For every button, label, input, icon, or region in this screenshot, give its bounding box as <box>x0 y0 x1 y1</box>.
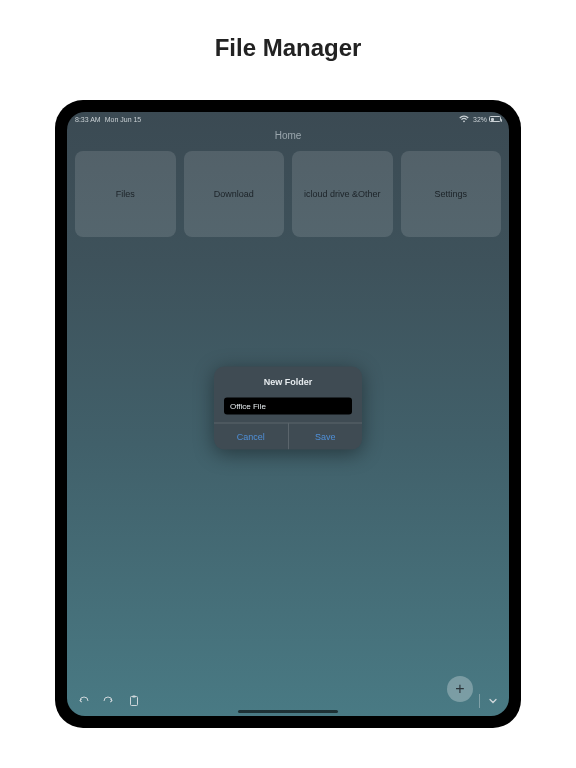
battery-indicator: 32% <box>473 116 501 123</box>
toolbar-divider <box>479 694 480 708</box>
save-button[interactable]: Save <box>288 423 363 449</box>
tile-row: Files Download icloud drive &Other Setti… <box>67 141 509 237</box>
tile-download[interactable]: Download <box>184 151 285 237</box>
page-title: File Manager <box>0 34 576 62</box>
redo-icon[interactable] <box>103 695 115 707</box>
clipboard-icon[interactable] <box>129 695 139 707</box>
tile-label: Download <box>214 189 254 200</box>
home-indicator <box>238 710 338 713</box>
battery-text: 32% <box>473 116 487 123</box>
svg-rect-1 <box>133 696 136 698</box>
chevron-down-icon[interactable] <box>487 695 499 707</box>
tablet-frame: 8:33 AM Mon Jun 15 32% Home Files Downlo… <box>55 100 521 728</box>
screen: 8:33 AM Mon Jun 15 32% Home Files Downlo… <box>67 112 509 716</box>
dialog-title: New Folder <box>214 366 362 394</box>
status-bar: 8:33 AM Mon Jun 15 32% <box>67 112 509 126</box>
tile-files[interactable]: Files <box>75 151 176 237</box>
tile-settings[interactable]: Settings <box>401 151 502 237</box>
status-date: Mon Jun 15 <box>105 116 142 123</box>
status-time: 8:33 AM <box>75 116 101 123</box>
new-folder-dialog: New Folder Cancel Save <box>214 366 362 449</box>
cancel-button[interactable]: Cancel <box>214 423 288 449</box>
tile-icloud[interactable]: icloud drive &Other <box>292 151 393 237</box>
nav-title: Home <box>67 130 509 141</box>
wifi-icon <box>459 115 469 123</box>
tile-label: Files <box>116 189 135 200</box>
tile-label: Settings <box>434 189 467 200</box>
tile-label: icloud drive &Other <box>304 189 381 200</box>
svg-rect-0 <box>131 697 138 706</box>
undo-icon[interactable] <box>77 695 89 707</box>
folder-name-input[interactable] <box>224 397 352 414</box>
